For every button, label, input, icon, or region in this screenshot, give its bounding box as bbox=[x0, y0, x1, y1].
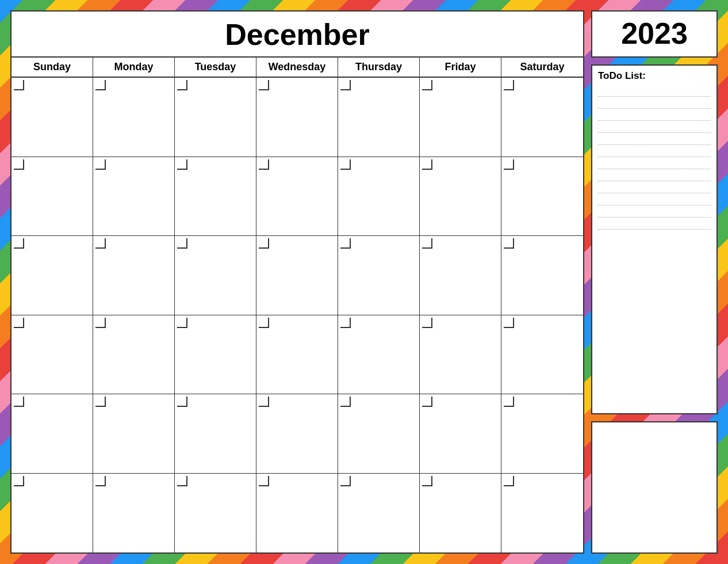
day-friday: Friday bbox=[420, 58, 501, 77]
cell-r2c6[interactable] bbox=[420, 157, 501, 236]
cell-r3c5[interactable] bbox=[338, 236, 420, 315]
main-layout: December Sunday Monday Tuesday Wednesday… bbox=[10, 10, 718, 554]
year-label: 2023 bbox=[592, 16, 716, 51]
cell-r1c4[interactable] bbox=[256, 78, 338, 157]
todo-line-4[interactable] bbox=[598, 125, 711, 133]
todo-line-1[interactable] bbox=[598, 89, 711, 97]
day-sunday: Sunday bbox=[12, 58, 93, 77]
calendar-row-2 bbox=[12, 157, 583, 237]
day-saturday: Saturday bbox=[501, 58, 583, 77]
cell-r6c6[interactable] bbox=[420, 474, 501, 553]
year-box: 2023 bbox=[591, 10, 718, 58]
cell-r5c1[interactable] bbox=[12, 394, 93, 473]
calendar-section: December Sunday Monday Tuesday Wednesday… bbox=[10, 10, 584, 554]
cell-r2c7[interactable] bbox=[501, 157, 583, 236]
cell-r1c5[interactable] bbox=[338, 78, 420, 157]
cell-r4c4[interactable] bbox=[256, 315, 338, 394]
cell-r2c3[interactable] bbox=[175, 157, 256, 236]
todo-lines bbox=[598, 89, 711, 230]
days-header: Sunday Monday Tuesday Wednesday Thursday… bbox=[12, 58, 583, 78]
cell-r2c1[interactable] bbox=[12, 157, 93, 236]
cell-r4c7[interactable] bbox=[501, 315, 583, 394]
cell-r6c4[interactable] bbox=[256, 474, 338, 553]
todo-line-2[interactable] bbox=[598, 101, 711, 109]
cell-r5c3[interactable] bbox=[175, 394, 256, 473]
todo-title: ToDo List: bbox=[598, 70, 711, 82]
todo-line-10[interactable] bbox=[598, 197, 711, 205]
cell-r2c5[interactable] bbox=[338, 157, 420, 236]
cell-r4c1[interactable] bbox=[12, 315, 93, 394]
cell-r3c6[interactable] bbox=[420, 236, 501, 315]
cell-r2c2[interactable] bbox=[93, 157, 175, 236]
day-wednesday: Wednesday bbox=[256, 58, 338, 77]
todo-line-3[interactable] bbox=[598, 113, 711, 121]
cell-r4c5[interactable] bbox=[338, 315, 420, 394]
calendar-grid bbox=[12, 78, 583, 552]
todo-line-5[interactable] bbox=[598, 137, 711, 145]
cell-r3c2[interactable] bbox=[93, 236, 175, 315]
cell-r1c3[interactable] bbox=[175, 78, 256, 157]
todo-line-11[interactable] bbox=[598, 209, 711, 218]
todo-line-9[interactable] bbox=[598, 185, 711, 193]
cell-r6c2[interactable] bbox=[93, 474, 175, 553]
cell-r3c4[interactable] bbox=[256, 236, 338, 315]
cell-r1c7[interactable] bbox=[501, 78, 583, 157]
cell-r4c2[interactable] bbox=[93, 315, 175, 394]
cell-r4c3[interactable] bbox=[175, 315, 256, 394]
day-monday: Monday bbox=[93, 58, 175, 77]
todo-line-8[interactable] bbox=[598, 173, 711, 181]
cell-r5c4[interactable] bbox=[256, 394, 338, 473]
cell-r6c5[interactable] bbox=[338, 474, 420, 553]
todo-line-12[interactable] bbox=[598, 222, 711, 230]
cell-r5c2[interactable] bbox=[93, 394, 175, 473]
calendar-month-title: December bbox=[12, 12, 583, 58]
cell-r4c6[interactable] bbox=[420, 315, 501, 394]
cell-r5c6[interactable] bbox=[420, 394, 501, 473]
todo-line-7[interactable] bbox=[598, 161, 711, 169]
cell-r1c1[interactable] bbox=[12, 78, 93, 157]
calendar-row-4 bbox=[12, 315, 583, 395]
day-thursday: Thursday bbox=[338, 58, 420, 77]
cell-r3c3[interactable] bbox=[175, 236, 256, 315]
cell-r2c4[interactable] bbox=[256, 157, 338, 236]
calendar-row-6 bbox=[12, 474, 583, 553]
cell-r1c6[interactable] bbox=[420, 78, 501, 157]
cell-r6c1[interactable] bbox=[12, 474, 93, 553]
cell-r5c5[interactable] bbox=[338, 394, 420, 473]
cell-r6c3[interactable] bbox=[175, 474, 256, 553]
notes-box[interactable] bbox=[591, 421, 718, 554]
cell-r3c7[interactable] bbox=[501, 236, 583, 315]
calendar-row-5 bbox=[12, 394, 583, 474]
day-tuesday: Tuesday bbox=[175, 58, 256, 77]
calendar-row-3 bbox=[12, 236, 583, 315]
todo-line-6[interactable] bbox=[598, 149, 711, 157]
calendar-row-1 bbox=[12, 78, 583, 157]
sidebar: 2023 ToDo List: bbox=[591, 10, 718, 554]
cell-r1c2[interactable] bbox=[93, 78, 175, 157]
cell-r5c7[interactable] bbox=[501, 394, 583, 473]
cell-r6c7[interactable] bbox=[501, 474, 583, 553]
cell-r3c1[interactable] bbox=[12, 236, 93, 315]
todo-box: ToDo List: bbox=[591, 64, 718, 414]
